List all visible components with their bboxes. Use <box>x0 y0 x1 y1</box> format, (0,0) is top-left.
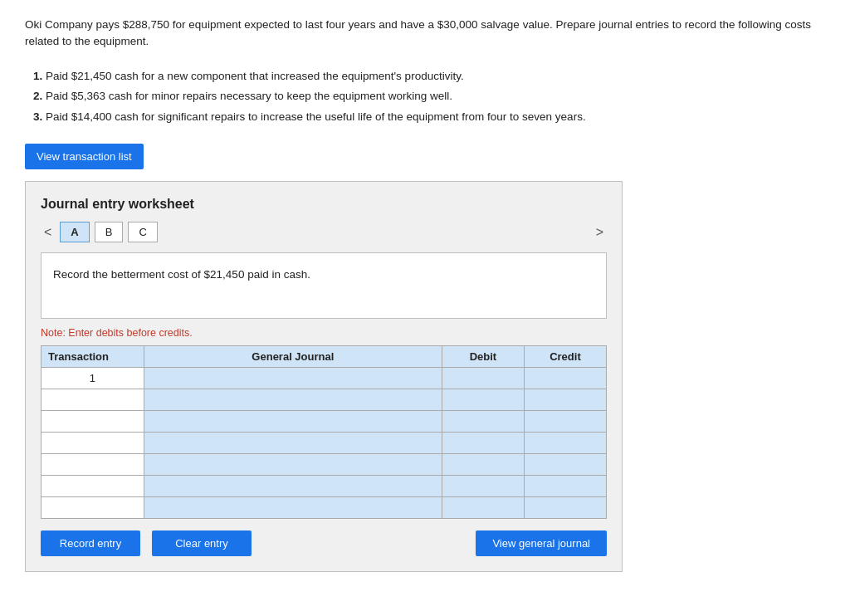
table-row <box>42 389 607 411</box>
nav-right-arrow[interactable]: > <box>593 223 607 242</box>
clear-entry-button[interactable]: Clear entry <box>152 530 252 556</box>
debit-input[interactable] <box>442 497 524 518</box>
journal-table: Transaction General Journal Debit Credit… <box>41 345 607 519</box>
col-transaction: Transaction <box>42 346 144 368</box>
credit-cell[interactable] <box>524 454 606 476</box>
debit-input[interactable] <box>442 454 524 475</box>
list-item-2: 2. Paid $5,363 cash for minor repairs ne… <box>33 87 825 106</box>
general-journal-cell[interactable] <box>144 433 442 454</box>
worksheet-title: Journal entry worksheet <box>41 197 607 212</box>
credit-cell[interactable] <box>524 411 606 433</box>
credit-cell[interactable] <box>524 368 606 389</box>
col-debit: Debit <box>442 346 524 368</box>
tab-row: < A B C > <box>41 222 607 242</box>
transaction-cell <box>42 497 144 519</box>
general-journal-cell[interactable] <box>144 454 442 476</box>
general-journal-input[interactable] <box>144 368 442 389</box>
instruction-text: Record the betterment cost of $21,450 pa… <box>53 268 310 281</box>
debit-input[interactable] <box>442 411 524 432</box>
general-journal-cell[interactable] <box>144 389 442 411</box>
transaction-cell <box>42 476 144 497</box>
credit-cell[interactable] <box>524 389 606 411</box>
button-row: Record entry Clear entry View general jo… <box>41 530 607 556</box>
table-row <box>42 454 607 476</box>
intro-paragraph: Oki Company pays $288,750 for equipment … <box>25 17 825 51</box>
table-row: 1 <box>42 368 607 389</box>
debit-cell[interactable] <box>442 368 524 389</box>
col-credit: Credit <box>524 346 606 368</box>
credit-input[interactable] <box>525 497 606 518</box>
table-row <box>42 433 607 454</box>
credit-input[interactable] <box>525 411 606 432</box>
credit-input[interactable] <box>525 454 606 475</box>
tab-b[interactable]: B <box>95 222 124 242</box>
table-row <box>42 411 607 433</box>
transaction-cell <box>42 411 144 433</box>
debit-cell[interactable] <box>442 411 524 433</box>
general-journal-cell[interactable] <box>144 368 442 389</box>
journal-entry-worksheet: Journal entry worksheet < A B C > Record… <box>25 181 623 572</box>
general-journal-cell[interactable] <box>144 411 442 433</box>
numbered-list: 1. Paid $21,450 cash for a new component… <box>33 67 825 128</box>
credit-input[interactable] <box>525 433 606 453</box>
tab-a[interactable]: A <box>60 222 89 242</box>
list-item-1: 1. Paid $21,450 cash for a new component… <box>33 67 825 86</box>
view-general-journal-button[interactable]: View general journal <box>476 530 607 556</box>
debit-input[interactable] <box>442 433 524 453</box>
debit-cell[interactable] <box>442 497 524 519</box>
instruction-box: Record the betterment cost of $21,450 pa… <box>41 252 607 319</box>
debit-cell[interactable] <box>442 454 524 476</box>
table-row <box>42 497 607 519</box>
transaction-cell <box>42 454 144 476</box>
transaction-cell <box>42 433 144 454</box>
transaction-cell <box>42 389 144 411</box>
transaction-cell: 1 <box>42 368 144 389</box>
debit-input[interactable] <box>442 389 524 410</box>
debit-input[interactable] <box>442 476 524 496</box>
debit-input[interactable] <box>442 368 524 389</box>
list-item-3: 3. Paid $14,400 cash for significant rep… <box>33 108 825 127</box>
credit-input[interactable] <box>525 389 606 410</box>
general-journal-input[interactable] <box>144 476 442 496</box>
view-transaction-list-button[interactable]: View transaction list <box>25 144 144 169</box>
credit-input[interactable] <box>525 476 606 496</box>
debit-cell[interactable] <box>442 433 524 454</box>
debit-cell[interactable] <box>442 389 524 411</box>
tab-c[interactable]: C <box>128 222 157 242</box>
general-journal-input[interactable] <box>144 389 442 410</box>
general-journal-cell[interactable] <box>144 476 442 497</box>
credit-cell[interactable] <box>524 497 606 519</box>
general-journal-input[interactable] <box>144 433 442 453</box>
table-row <box>42 476 607 497</box>
nav-left-arrow[interactable]: < <box>41 223 55 242</box>
general-journal-input[interactable] <box>144 411 442 432</box>
general-journal-input[interactable] <box>144 454 442 475</box>
credit-cell[interactable] <box>524 433 606 454</box>
credit-cell[interactable] <box>524 476 606 497</box>
general-journal-cell[interactable] <box>144 497 442 519</box>
credit-input[interactable] <box>525 368 606 389</box>
debit-cell[interactable] <box>442 476 524 497</box>
col-general-journal: General Journal <box>144 346 442 368</box>
general-journal-input[interactable] <box>144 497 442 518</box>
note-text: Note: Enter debits before credits. <box>41 327 607 339</box>
record-entry-button[interactable]: Record entry <box>41 530 140 556</box>
